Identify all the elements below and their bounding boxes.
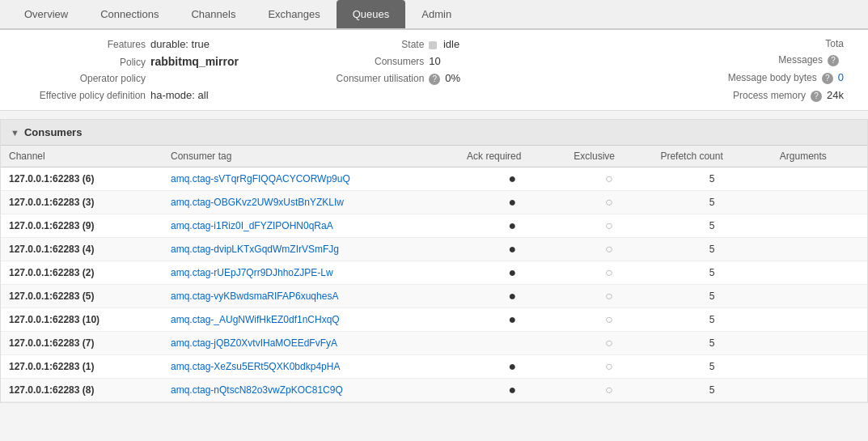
table-row: 127.0.0.1:62283 (8)amq.ctag-nQtscN82o3vw… — [1, 379, 867, 402]
state-value: idle — [429, 38, 459, 50]
total-label: Tota — [714, 38, 844, 49]
nav-exchanges[interactable]: Exchanges — [252, 0, 336, 28]
cell-tag[interactable]: amq.ctag-OBGKvz2UW9xUstBnYZKLIw — [163, 191, 459, 214]
process-memory-help[interactable]: ? — [811, 91, 822, 102]
cell-tag[interactable]: amq.ctag-jQBZ0XvtvIHaMOEEdFvFyA — [163, 332, 459, 355]
cell-arguments — [772, 167, 867, 191]
cell-tag[interactable]: amq.ctag-i1Riz0I_dFYZIPOHN0qRaA — [163, 214, 459, 238]
cell-exclusive: ○ — [565, 238, 652, 261]
cell-channel[interactable]: 127.0.0.1:62283 (8) — [1, 379, 163, 402]
col-prefetch-count: Prefetch count — [652, 146, 771, 167]
nav-admin[interactable]: Admin — [405, 0, 468, 28]
cell-arguments — [772, 379, 867, 402]
consumers-value: 10 — [429, 55, 440, 67]
cell-channel[interactable]: 127.0.0.1:62283 (6) — [1, 167, 163, 191]
cell-ack — [459, 332, 565, 355]
messages-label: Messages — [693, 54, 823, 66]
info-left-col: Features durable: true Policy rabbitmq_m… — [16, 38, 294, 102]
policy-value: rabbitmq_mirror — [150, 55, 239, 68]
cell-ack: ● — [459, 285, 565, 308]
cell-prefetch: 5 — [652, 355, 771, 379]
table-row: 127.0.0.1:62283 (3)amq.ctag-OBGKvz2UW9xU… — [1, 191, 867, 214]
cell-exclusive: ○ — [565, 379, 652, 402]
cell-arguments — [772, 285, 867, 308]
cell-tag[interactable]: amq.ctag-nQtscN82o3vwZpKOC81C9Q — [163, 379, 459, 402]
cell-channel[interactable]: 127.0.0.1:62283 (7) — [1, 332, 163, 355]
cell-tag[interactable]: amq.ctag-sVTqrRgFIQQACYCORWp9uQ — [163, 167, 459, 191]
info-section: Features durable: true Policy rabbitmq_m… — [0, 30, 868, 111]
table-row: 127.0.0.1:62283 (10)amq.ctag-_AUgNWifHkE… — [1, 308, 867, 332]
nav-queues[interactable]: Queues — [337, 0, 406, 28]
nav-channels[interactable]: Channels — [175, 0, 252, 28]
cell-channel[interactable]: 127.0.0.1:62283 (3) — [1, 191, 163, 214]
table-body: 127.0.0.1:62283 (6)amq.ctag-sVTqrRgFIQQA… — [1, 167, 867, 402]
page-wrapper: Overview Connections Channels Exchanges … — [0, 0, 868, 441]
process-memory-row: Process memory ? 24k — [676, 89, 844, 102]
cell-channel[interactable]: 127.0.0.1:62283 (2) — [1, 261, 163, 285]
state-label: State — [294, 39, 424, 50]
cell-exclusive: ○ — [565, 285, 652, 308]
cell-prefetch: 5 — [652, 285, 771, 308]
cell-tag[interactable]: amq.ctag-_AUgNWifHkEZ0df1nCHxqQ — [163, 308, 459, 332]
cell-ack: ● — [459, 214, 565, 238]
table-row: 127.0.0.1:62283 (6)amq.ctag-sVTqrRgFIQQA… — [1, 167, 867, 191]
consumers-row: Consumers 10 — [294, 55, 573, 67]
features-row: Features durable: true — [16, 38, 294, 50]
cell-tag[interactable]: amq.ctag-vyKBwdsmaRIFAP6xuqhesA — [163, 285, 459, 308]
col-ack-required: Ack required — [459, 146, 565, 167]
process-memory-label: Process memory — [676, 90, 806, 101]
operator-policy-row: Operator policy — [16, 73, 294, 84]
effective-policy-value: ha-mode: all — [150, 89, 209, 101]
consumer-utilisation-help[interactable]: ? — [429, 74, 440, 85]
cell-exclusive: ○ — [565, 167, 652, 191]
cell-prefetch: 5 — [652, 332, 771, 355]
consumers-label: Consumers — [294, 56, 424, 67]
cell-channel[interactable]: 127.0.0.1:62283 (1) — [1, 355, 163, 379]
cell-exclusive: ○ — [565, 261, 652, 285]
cell-exclusive: ○ — [565, 332, 652, 355]
cell-ack: ● — [459, 308, 565, 332]
cell-prefetch: 5 — [652, 191, 771, 214]
state-dot — [429, 41, 437, 49]
operator-policy-label: Operator policy — [16, 73, 146, 84]
cell-ack: ● — [459, 238, 565, 261]
info-mid-col: State idle Consumers 10 Consumer utilisa… — [294, 38, 573, 102]
cell-arguments — [772, 214, 867, 238]
cell-exclusive: ○ — [565, 355, 652, 379]
message-body-bytes-value: 0 — [838, 71, 844, 83]
col-exclusive: Exclusive — [565, 146, 652, 167]
consumers-header[interactable]: ▼ Consumers — [1, 120, 867, 146]
cell-ack: ● — [459, 379, 565, 402]
cell-ack: ● — [459, 355, 565, 379]
col-consumer-tag: Consumer tag — [163, 146, 459, 167]
table-row: 127.0.0.1:62283 (1)amq.ctag-XeZsu5ERt5QX… — [1, 355, 867, 379]
nav-connections[interactable]: Connections — [84, 0, 175, 28]
table-row: 127.0.0.1:62283 (9)amq.ctag-i1Riz0I_dFYZ… — [1, 214, 867, 238]
col-arguments: Arguments — [772, 146, 867, 167]
cell-channel[interactable]: 127.0.0.1:62283 (5) — [1, 285, 163, 308]
cell-tag[interactable]: amq.ctag-XeZsu5ERt5QXK0bdkp4pHA — [163, 355, 459, 379]
info-grid: Features durable: true Policy rabbitmq_m… — [16, 38, 852, 102]
cell-exclusive: ○ — [565, 308, 652, 332]
cell-channel[interactable]: 127.0.0.1:62283 (9) — [1, 214, 163, 238]
cell-prefetch: 5 — [652, 308, 771, 332]
cell-arguments — [772, 261, 867, 285]
consumer-utilisation-value: 0% — [445, 72, 460, 84]
cell-tag[interactable]: amq.ctag-rUEpJ7Qrr9DJhhoZJPE-Lw — [163, 261, 459, 285]
message-body-bytes-help[interactable]: ? — [822, 73, 833, 84]
consumers-section: ▼ Consumers Channel Consumer tag Ack req… — [0, 119, 868, 403]
cell-tag[interactable]: amq.ctag-dvipLKTxGqdWmZIrVSmFJg — [163, 238, 459, 261]
cell-prefetch: 5 — [652, 214, 771, 238]
messages-help[interactable]: ? — [828, 55, 839, 66]
cell-arguments — [772, 238, 867, 261]
nav-overview[interactable]: Overview — [8, 0, 84, 28]
toggle-arrow: ▼ — [11, 128, 19, 138]
policy-row: Policy rabbitmq_mirror — [16, 55, 294, 68]
cell-channel[interactable]: 127.0.0.1:62283 (10) — [1, 308, 163, 332]
cell-ack: ● — [459, 167, 565, 191]
nav-bar: Overview Connections Channels Exchanges … — [0, 0, 868, 30]
cell-arguments — [772, 191, 867, 214]
total-label-row: Tota — [714, 38, 844, 49]
consumer-utilisation-label: Consumer utilisation — [294, 73, 424, 84]
cell-channel[interactable]: 127.0.0.1:62283 (4) — [1, 238, 163, 261]
